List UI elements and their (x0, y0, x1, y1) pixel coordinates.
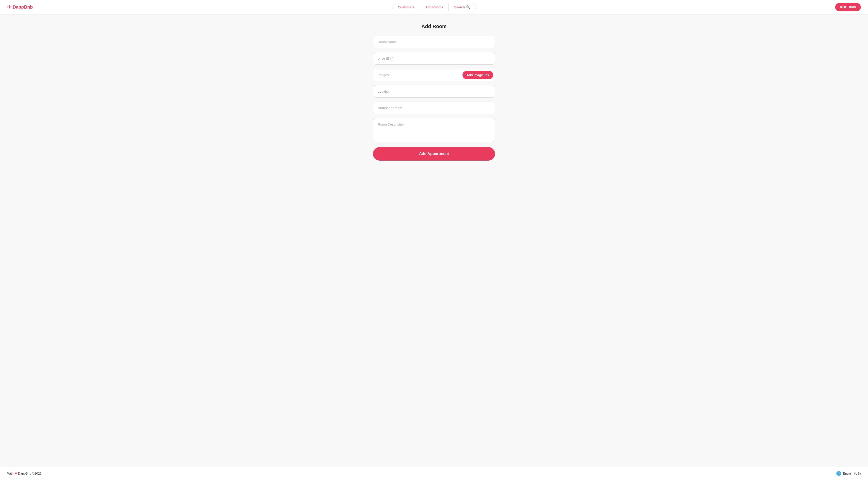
heart-icon: ❤ (14, 472, 17, 475)
add-room-form: Add image link Add Appartment (373, 36, 495, 161)
wallet-button[interactable]: 0xff...09f0 (835, 3, 861, 11)
page-title: Add Room (421, 24, 446, 29)
nav-add-rooms[interactable]: Add Rooms (420, 3, 449, 11)
location-input[interactable] (373, 85, 495, 98)
nav-customers[interactable]: Customers (393, 3, 420, 11)
price-input[interactable] (373, 52, 495, 65)
logo-icon: ✈ (7, 4, 11, 10)
add-appartment-button[interactable]: Add Appartment (373, 147, 495, 161)
footer-language[interactable]: 🌐 English (US) (836, 471, 861, 476)
nav-search[interactable]: Search 🔍 (449, 3, 475, 11)
logo-text: DappBnb (13, 4, 33, 10)
globe-icon: 🌐 (836, 471, 841, 476)
number-of-room-input[interactable] (373, 102, 495, 114)
logo[interactable]: ✈ DappBnb (7, 4, 33, 10)
add-image-button[interactable]: Add image link (463, 71, 493, 79)
footer-left: With ❤ DappBnb ©2023 (7, 472, 41, 475)
images-field-wrapper: Add image link (373, 69, 495, 81)
room-description-input[interactable] (373, 118, 495, 142)
main-nav: Customers Add Rooms Search 🔍 (392, 3, 476, 11)
room-name-input[interactable] (373, 36, 495, 48)
